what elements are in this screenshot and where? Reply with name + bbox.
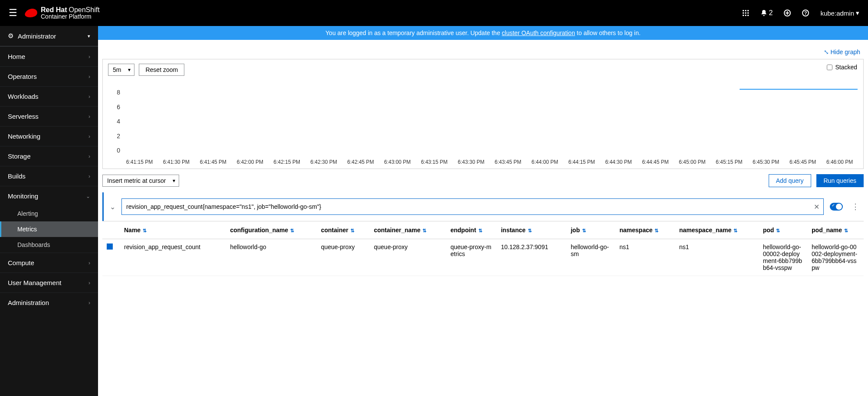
sort-icon[interactable]: ⇅	[732, 228, 737, 233]
query-kebab-menu[interactable]: ⋮	[849, 202, 862, 211]
chevron-right-icon: ›	[88, 300, 90, 306]
sort-icon[interactable]: ⇅	[421, 228, 426, 233]
perspective-switcher[interactable]: ⚙ Administrator ▾	[0, 26, 98, 46]
main-content: You are logged in as a temporary adminis…	[98, 26, 868, 396]
x-tick-label: 6:43:00 PM	[379, 159, 416, 165]
import-plus-icon[interactable]	[784, 10, 791, 16]
nav-item-builds[interactable]: Builds›	[0, 166, 98, 186]
sort-icon[interactable]: ⇅	[477, 228, 482, 233]
chevron-right-icon: ›	[88, 153, 90, 159]
nav-item-label: Monitoring	[8, 192, 38, 200]
nav-sub-item-metrics[interactable]: Metrics	[0, 221, 98, 237]
brand-logo[interactable]: Red Hat OpenShift Container Platform	[25, 6, 100, 20]
chevron-right-icon: ›	[88, 133, 90, 140]
brand-line1: Red Hat	[41, 6, 67, 14]
nav-item-serverless[interactable]: Serverless›	[0, 106, 98, 126]
chart-plot-area[interactable]: 86420 6:41:15 PM6:41:30 PM6:41:45 PM6:42…	[121, 89, 858, 167]
sort-icon[interactable]: ⇅	[527, 228, 532, 233]
brand-text: Red Hat OpenShift Container Platform	[41, 6, 100, 20]
nav-toggle-icon[interactable]: ☰	[9, 7, 17, 19]
column-header-name[interactable]: Name ⇅	[120, 221, 226, 239]
insert-metric-dropdown[interactable]: Insert metric at cursor	[102, 175, 179, 187]
brand-line3: Container Platform	[41, 13, 100, 20]
nav-item-monitoring[interactable]: Monitoring⌄	[0, 186, 98, 206]
query-enabled-toggle[interactable]	[830, 203, 843, 211]
series-color-swatch[interactable]	[107, 243, 113, 250]
run-queries-button[interactable]: Run queries	[816, 174, 864, 187]
cell-job: helloworld-go-sm	[567, 239, 615, 276]
chevron-down-icon[interactable]: ⌄	[110, 203, 115, 211]
chevron-right-icon: ›	[88, 114, 90, 120]
nav-item-networking[interactable]: Networking›	[0, 126, 98, 146]
x-tick-label: 6:46:00 PM	[821, 159, 858, 165]
results-table-wrap: Name ⇅configuration_name ⇅container ⇅con…	[102, 221, 864, 276]
column-header-namespace[interactable]: namespace ⇅	[615, 221, 675, 239]
nav-item-label: Home	[8, 53, 25, 60]
app-launcher-icon[interactable]	[742, 10, 749, 16]
x-tick-label: 6:43:30 PM	[453, 159, 490, 165]
cell-pod: helloworld-go-00002-deployment-6bb799bb6…	[759, 239, 807, 276]
cell-container_name: queue-proxy	[370, 239, 446, 276]
column-header-namespace_name[interactable]: namespace_name ⇅	[675, 221, 759, 239]
nav-item-home[interactable]: Home›	[0, 46, 98, 66]
add-query-button[interactable]: Add query	[769, 174, 811, 187]
nav-sub-item-alerting[interactable]: Alerting	[0, 206, 98, 221]
stacked-toggle[interactable]: Stacked	[827, 64, 857, 71]
cell-namespace_name: ns1	[675, 239, 759, 276]
cell-name: revision_app_request_count	[120, 239, 226, 276]
time-range-select[interactable]: 5m	[108, 64, 134, 76]
sort-icon[interactable]: ⇅	[843, 228, 848, 233]
sort-icon[interactable]: ⇅	[653, 228, 658, 233]
nav-item-storage[interactable]: Storage›	[0, 146, 98, 166]
user-menu[interactable]: kube:admin ▾	[820, 9, 859, 17]
sort-icon[interactable]: ⇅	[349, 228, 354, 233]
column-header-configuration_name[interactable]: configuration_name ⇅	[226, 221, 316, 239]
nav-item-compute[interactable]: Compute›	[0, 253, 98, 273]
column-header-endpoint[interactable]: endpoint ⇅	[446, 221, 496, 239]
chevron-right-icon: ›	[88, 74, 90, 80]
sort-icon[interactable]: ⇅	[581, 228, 586, 233]
column-header-pod_name[interactable]: pod_name ⇅	[807, 221, 864, 239]
nav-item-label: Builds	[8, 172, 26, 180]
brand-line2: OpenShift	[69, 6, 99, 14]
svg-rect-1	[745, 10, 746, 11]
horizontal-scrollbar[interactable]	[102, 276, 864, 282]
x-tick-label: 6:42:45 PM	[342, 159, 379, 165]
notification-count: 2	[769, 9, 773, 17]
series-line	[740, 89, 858, 90]
redhat-fedora-icon	[24, 9, 38, 17]
masthead: ☰ Red Hat OpenShift Container Platform 2…	[0, 0, 868, 26]
cell-configuration_name: helloworld-go	[226, 239, 316, 276]
chevron-right-icon: ›	[88, 54, 90, 60]
nav-item-label: Operators	[8, 73, 37, 80]
x-tick-label: 6:43:15 PM	[416, 159, 453, 165]
x-tick-label: 6:44:15 PM	[563, 159, 600, 165]
y-tick-label: 2	[110, 133, 120, 140]
column-header-pod[interactable]: pod ⇅	[759, 221, 807, 239]
nav-item-administration[interactable]: Administration›	[0, 292, 98, 312]
clear-query-icon[interactable]: ✕	[814, 203, 819, 211]
svg-rect-7	[745, 15, 746, 16]
column-header-container_name[interactable]: container_name ⇅	[370, 221, 446, 239]
column-header-container[interactable]: container ⇅	[317, 221, 370, 239]
banner-pre: You are logged in as a temporary adminis…	[325, 29, 502, 36]
nav-sub-item-dashboards[interactable]: Dashboards	[0, 237, 98, 253]
sort-icon[interactable]: ⇅	[289, 228, 294, 233]
column-header-job[interactable]: job ⇅	[567, 221, 615, 239]
stacked-checkbox[interactable]	[827, 65, 832, 70]
cluster-oauth-link[interactable]: cluster OAuth configuration	[502, 29, 575, 36]
hide-graph-button[interactable]: ⤡ Hide graph	[824, 49, 861, 55]
nav-item-user-management[interactable]: User Management›	[0, 273, 98, 292]
nav-item-operators[interactable]: Operators›	[0, 66, 98, 86]
nav-item-label: User Management	[8, 279, 61, 286]
cell-endpoint: queue-proxy-metrics	[446, 239, 496, 276]
reset-zoom-button[interactable]: Reset zoom	[139, 64, 184, 76]
sort-icon[interactable]: ⇅	[775, 228, 780, 233]
sort-icon[interactable]: ⇅	[141, 228, 147, 233]
column-header-instance[interactable]: instance ⇅	[497, 221, 567, 239]
nav-item-workloads[interactable]: Workloads›	[0, 86, 98, 106]
chart-grid	[121, 89, 858, 154]
notification-bell-icon[interactable]: 2	[760, 9, 773, 17]
help-icon[interactable]: ?	[802, 10, 809, 16]
query-expression-input[interactable]	[121, 198, 824, 215]
